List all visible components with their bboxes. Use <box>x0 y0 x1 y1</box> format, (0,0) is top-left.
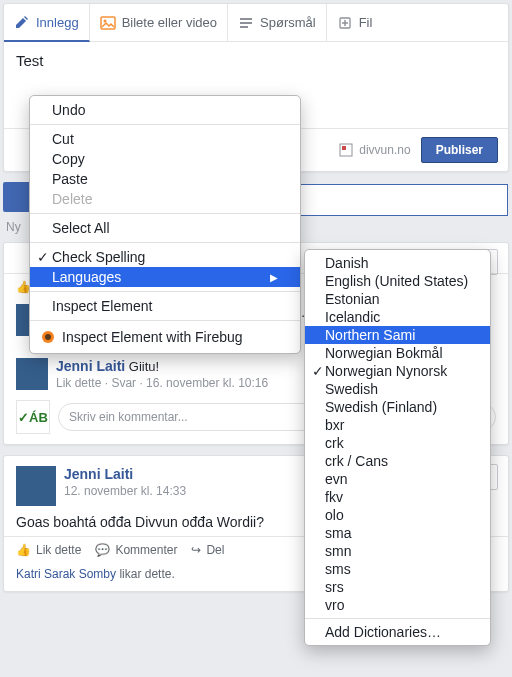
comment-icon: 💬 <box>95 543 110 557</box>
menu-separator <box>30 242 300 243</box>
tab-media-label: Bilete eller video <box>122 15 217 30</box>
tab-post-label: Innlegg <box>36 15 79 30</box>
lang-srs[interactable]: srs <box>305 578 490 596</box>
svg-rect-7 <box>342 146 346 150</box>
menu-undo[interactable]: Undo <box>30 100 300 120</box>
menu-delete: Delete <box>30 189 300 209</box>
lang-norwegian-nynorsk[interactable]: Norwegian Nynorsk <box>305 362 490 380</box>
svg-rect-2 <box>240 18 252 20</box>
svg-rect-0 <box>101 17 115 29</box>
lang-danish[interactable]: Danish <box>305 254 490 272</box>
comment-time: 16. november kl. 10:16 <box>146 376 268 390</box>
svg-rect-3 <box>240 22 252 24</box>
menu-cut[interactable]: Cut <box>30 129 300 149</box>
menu-select-all[interactable]: Select All <box>30 218 300 238</box>
share-button[interactable]: ↪Del <box>191 543 224 557</box>
lang-crk[interactable]: crk <box>305 434 490 452</box>
lang-evn[interactable]: evn <box>305 470 490 488</box>
tab-media[interactable]: Bilete eller video <box>90 4 228 41</box>
lang-northern-sami[interactable]: Northern Sami <box>305 326 490 344</box>
svg-point-9 <box>45 334 51 340</box>
lang-olo[interactable]: olo <box>305 506 490 524</box>
menu-separator <box>30 213 300 214</box>
tab-question-label: Spørsmål <box>260 15 316 30</box>
divvun-label: divvun.no <box>359 143 410 157</box>
firebug-icon <box>40 329 56 345</box>
menu-inspect[interactable]: Inspect Element <box>30 296 300 316</box>
tab-post[interactable]: Innlegg <box>4 4 90 42</box>
user-avatar[interactable]: ✓ÁB <box>16 400 50 434</box>
lang-swedish[interactable]: Swedish <box>305 380 490 398</box>
comment-text: Giitu! <box>129 359 159 374</box>
lang-add-dictionaries[interactable]: Add Dictionaries… <box>305 623 490 641</box>
lang-vro[interactable]: vro <box>305 596 490 614</box>
context-menu: Undo Cut Copy Paste Delete Select All Ch… <box>29 95 301 354</box>
lang-estonian[interactable]: Estonian <box>305 290 490 308</box>
tab-file[interactable]: Fil <box>327 4 383 41</box>
menu-firebug[interactable]: Inspect Element with Firebug <box>30 325 300 349</box>
lang-norwegian-bokmal[interactable]: Norwegian Bokmål <box>305 344 490 362</box>
svg-rect-4 <box>240 26 248 28</box>
composer-tabs: Innlegg Bilete eller video Spørsmål Fil <box>4 4 508 42</box>
lang-crk-cans[interactable]: crk / Cans <box>305 452 490 470</box>
lang-sma[interactable]: sma <box>305 524 490 542</box>
thumb-icon: 👍 <box>16 543 31 557</box>
tab-question[interactable]: Spørsmål <box>228 4 327 41</box>
plus-file-icon <box>337 15 353 31</box>
lang-sms[interactable]: sms <box>305 560 490 578</box>
menu-check-spelling[interactable]: Check Spelling <box>30 247 300 267</box>
lang-swedish-finland[interactable]: Swedish (Finland) <box>305 398 490 416</box>
commenter-name[interactable]: Jenni Laiti <box>56 358 125 374</box>
lang-smn[interactable]: smn <box>305 542 490 560</box>
post-author[interactable]: Jenni Laiti <box>64 466 186 482</box>
menu-separator <box>30 291 300 292</box>
photo-icon <box>100 15 116 31</box>
divvun-icon <box>339 143 353 157</box>
lang-bxr[interactable]: bxr <box>305 416 490 434</box>
share-icon: ↪ <box>191 543 201 557</box>
like-button[interactable]: 👍Lik dette <box>16 543 81 557</box>
menu-separator <box>30 124 300 125</box>
lang-fkv[interactable]: fkv <box>305 488 490 506</box>
menu-languages[interactable]: Languages <box>30 267 300 287</box>
lang-english-us[interactable]: English (United States) <box>305 272 490 290</box>
avatar[interactable] <box>16 358 48 390</box>
menu-separator <box>305 618 490 619</box>
post-time: 12. november kl. 14:33 <box>64 484 186 498</box>
menu-paste[interactable]: Paste <box>30 169 300 189</box>
publish-button[interactable]: Publiser <box>421 137 498 163</box>
pencil-icon <box>14 14 30 30</box>
comment-button[interactable]: 💬Kommenter <box>95 543 177 557</box>
lang-icelandic[interactable]: Icelandic <box>305 308 490 326</box>
languages-submenu: Danish English (United States) Estonian … <box>304 249 491 646</box>
avatar[interactable] <box>16 466 56 506</box>
tab-file-label: Fil <box>359 15 373 30</box>
menu-copy[interactable]: Copy <box>30 149 300 169</box>
liker-name[interactable]: Katri Sarak Somby <box>16 567 116 581</box>
comment-like[interactable]: Lik dette <box>56 376 101 390</box>
divvun-link[interactable]: divvun.no <box>339 143 410 157</box>
menu-separator <box>30 320 300 321</box>
comment-reply[interactable]: Svar <box>111 376 136 390</box>
list-icon <box>238 15 254 31</box>
